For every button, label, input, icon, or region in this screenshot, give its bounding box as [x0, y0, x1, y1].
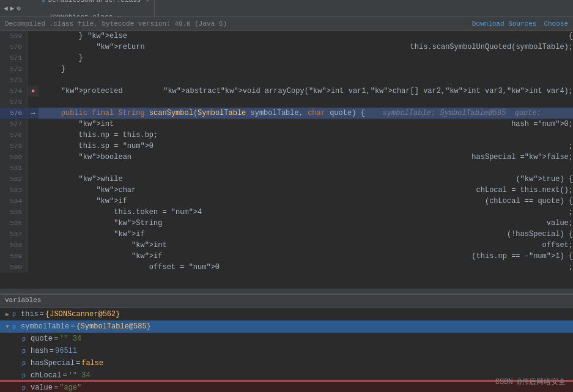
var-item-5[interactable]: p chLocal = '" 34: [0, 369, 573, 382]
code-line-585[interactable]: 585 this.token = "num">4;: [0, 207, 573, 218]
var-item-6[interactable]: p value = "age": [0, 382, 573, 392]
var-item-0[interactable]: ▶ p this = {JSONScanner@562}: [0, 308, 573, 320]
code-line-569[interactable]: 569 } "kw">else {: [0, 31, 573, 42]
var-icon-4: p: [22, 360, 31, 367]
line-number-571: 571: [0, 53, 28, 64]
line-code-583: "kw">char: [39, 185, 476, 196]
var-value-4: false: [81, 359, 103, 368]
code-line-581[interactable]: 581: [0, 163, 573, 174]
watermark: CSDN @伟盾网络安全: [495, 377, 566, 387]
line-code-576: public final String scanSymbol(SymbolTab…: [39, 108, 573, 119]
var-equals-1: =: [70, 322, 75, 331]
line-number-587: 587: [0, 229, 28, 240]
line-number-569: 569: [0, 31, 28, 42]
code-line-574[interactable]: 574 ● "kw">protected "kw">abstract "kw">…: [0, 86, 573, 97]
line-code-569: } "kw">else: [39, 31, 569, 42]
var-name-2: quote: [31, 335, 53, 343]
code-line-576[interactable]: 576 → public final String scanSymbol(Sym…: [0, 108, 573, 119]
line-number-579: 579: [0, 141, 28, 152]
tab-label-defaultjsonparser: DefaultJSONParser.class: [48, 0, 141, 4]
code-line-578[interactable]: 578 this.np = this.bp;: [0, 130, 573, 141]
var-equals-0: =: [40, 310, 44, 319]
code-line-582[interactable]: 582 "kw">while("kw">true) {: [0, 174, 573, 185]
code-line-590[interactable]: 590 offset = "num">0;: [0, 262, 573, 273]
line-number-584: 584: [0, 196, 28, 207]
code-line-580[interactable]: 580 "kw">boolean hasSpecial = "kw">false…: [0, 152, 573, 163]
var-icon-5: p: [22, 372, 31, 379]
code-line-575[interactable]: 575: [0, 97, 573, 108]
tab-icon-jsonobject: ☕: [42, 13, 46, 17]
choose-link[interactable]: Choose: [544, 20, 568, 28]
code-line-573[interactable]: 573: [0, 75, 573, 86]
code-line-583[interactable]: 583 "kw">char chLocal = this.next();: [0, 185, 573, 196]
line-code-570: "kw">return: [39, 42, 410, 53]
line-gutter-574: ●: [28, 86, 39, 97]
line-code-579: this.sp = "num">0: [39, 141, 569, 152]
var-equals-4: =: [76, 359, 80, 368]
line-number-570: 570: [0, 42, 28, 53]
code-line-570[interactable]: 570 "kw">return this.scanSymbolUnQuoted(…: [0, 42, 573, 53]
var-value-2: '" 34: [59, 335, 81, 343]
code-line-588[interactable]: 588 "kw">int offset;: [0, 240, 573, 251]
variables-panel-header: Variables: [0, 295, 573, 308]
variables-list[interactable]: ▶ p this = {JSONScanner@562} ▼ p symbolT…: [0, 308, 573, 392]
tab-close-defaultjsonparser[interactable]: ✕: [146, 0, 149, 4]
horizontal-scrollbar[interactable]: [0, 289, 573, 294]
line-code-590: offset = "num">0: [39, 262, 569, 273]
tab-icon-defaultjsonparser: ☕: [42, 0, 46, 4]
line-number-586: 586: [0, 218, 28, 229]
var-value-3: 96511: [55, 347, 77, 355]
var-item-1[interactable]: ▼ p symbolTable = {SymbolTable@585}: [0, 320, 573, 333]
line-number-573: 573: [0, 75, 28, 86]
line-code-585: this.token = "num">4: [39, 207, 569, 218]
var-equals-6: =: [54, 383, 58, 392]
info-bar-right: Download Sources Choose: [472, 20, 568, 28]
var-name-3: hash: [31, 347, 48, 355]
var-expand-0[interactable]: ▶: [2, 311, 12, 318]
var-item-4[interactable]: p hasSpecial = false: [0, 357, 573, 369]
tab-left-icon[interactable]: ◀: [4, 4, 8, 12]
tab-jsonobject[interactable]: ☕JSONObject.class✕: [37, 9, 155, 18]
line-code-582: "kw">while: [39, 174, 516, 185]
tab-settings-icon[interactable]: ⚙: [17, 4, 21, 12]
tab-right-icon[interactable]: ▶: [10, 4, 15, 12]
code-line-587[interactable]: 587 "kw">if (!hasSpecial) {: [0, 229, 573, 240]
tab-defaultjsonparser[interactable]: ☕DefaultJSONParser.class✕: [37, 0, 155, 9]
line-number-578: 578: [0, 130, 28, 141]
var-item-2[interactable]: p quote = '" 34: [0, 333, 573, 345]
var-equals-3: =: [50, 347, 54, 355]
tabs-container: ☕Demo1.java✕☕JSON.class✕☕ParserConfig.cl…: [37, 0, 155, 17]
var-name-0: this: [21, 310, 39, 319]
code-scroll[interactable]: 569 } "kw">else { 570 "kw">return this.s…: [0, 31, 573, 289]
line-code-578: this.np = this.bp;: [39, 130, 573, 141]
line-number-585: 585: [0, 207, 28, 218]
code-line-586[interactable]: 586 "kw">String value;: [0, 218, 573, 229]
code-line-577[interactable]: 577 "kw">int hash = "num">0;: [0, 119, 573, 130]
line-number-575: 575: [0, 97, 28, 108]
line-number-580: 580: [0, 152, 28, 163]
var-item-3[interactable]: p hash = 96511: [0, 345, 573, 357]
var-expand-1[interactable]: ▼: [2, 324, 12, 330]
var-value-0: {JSONScanner@562}: [45, 310, 120, 319]
code-line-584[interactable]: 584 "kw">if (chLocal == quote) {: [0, 196, 573, 207]
line-number-581: 581: [0, 163, 28, 174]
line-number-574: 574: [0, 86, 28, 97]
code-line-579[interactable]: 579 this.sp = "num">0;: [0, 141, 573, 152]
code-line-589[interactable]: 589 "kw">if (this.np == -"num">1) {: [0, 251, 573, 262]
tab-bar: ◀ ▶ ⚙ ☕Demo1.java✕☕JSON.class✕☕ParserCon…: [0, 0, 573, 17]
code-line-572[interactable]: 572 }: [0, 64, 573, 75]
var-equals-5: =: [62, 371, 67, 380]
line-number-576: 576: [0, 108, 28, 119]
breakpoint-dot: ●: [31, 86, 35, 97]
download-sources-link[interactable]: Download Sources: [472, 20, 537, 28]
debug-arrow: →: [31, 108, 35, 119]
var-icon-1: p: [12, 324, 21, 330]
code-area: 569 } "kw">else { 570 "kw">return this.s…: [0, 31, 573, 294]
code-line-571[interactable]: 571 }: [0, 53, 573, 64]
var-value-5: '" 34: [68, 371, 91, 380]
line-code-577: "kw">int: [39, 119, 511, 130]
line-number-589: 589: [0, 251, 28, 262]
info-bar: Decompiled .class file, bytecode version…: [0, 17, 573, 31]
var-icon-3: p: [22, 348, 31, 355]
line-code-587: "kw">if: [39, 229, 507, 240]
